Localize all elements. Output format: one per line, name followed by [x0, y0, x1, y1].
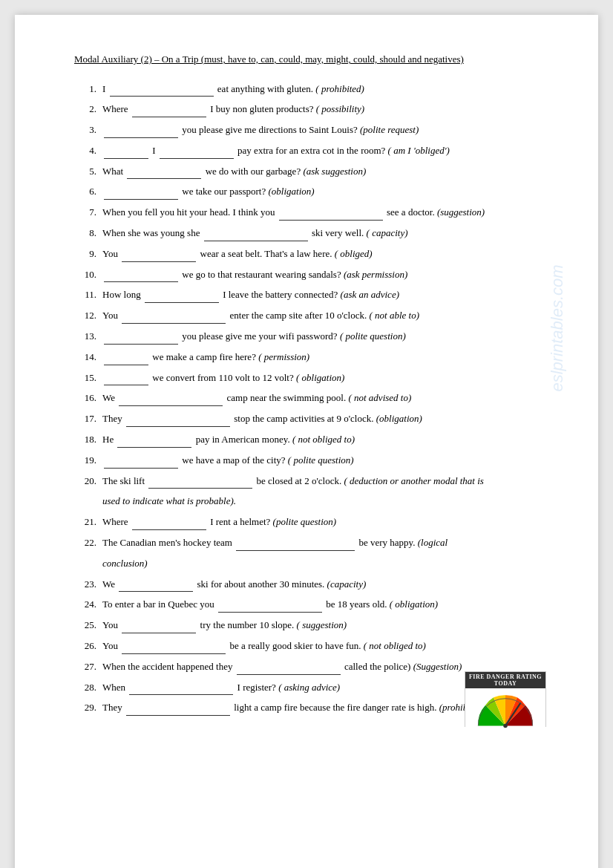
q11-blank[interactable] [145, 302, 219, 303]
question-7: 7. When you fell you hit your head. I th… [74, 205, 546, 221]
q15-number: 15. [74, 371, 96, 386]
q1-text: I eat anything with gluten. ( prohibited… [102, 82, 546, 97]
q21-number: 21. [74, 515, 96, 530]
q6-blank[interactable] [104, 199, 178, 200]
q28-number: 28. [74, 680, 96, 696]
q2-number: 2. [74, 102, 96, 117]
q16-number: 16. [74, 391, 96, 406]
q29-blank[interactable] [126, 715, 230, 716]
question-8: 8. When she was young she ski very well.… [74, 226, 546, 241]
q15-text: we convert from 110 volt to 12 volt? ( o… [102, 371, 546, 386]
q14-number: 14. [74, 350, 96, 365]
q13-blank[interactable] [104, 344, 178, 345]
q12-blank[interactable] [122, 323, 226, 324]
q23-text: We ski for about another 30 minutes. (ca… [102, 577, 546, 593]
q10-blank[interactable] [104, 281, 178, 282]
q19-blank[interactable] [104, 468, 178, 469]
q17-text: They stop the camp activities at 9 o'clo… [102, 411, 546, 427]
q14-blank[interactable] [104, 365, 148, 365]
q18-number: 18. [74, 432, 96, 448]
q8-number: 8. [74, 226, 96, 241]
question-26: 26. You be a really good skier to have f… [74, 639, 546, 654]
q24-text: To enter a bar in Quebec you be 18 years… [102, 597, 546, 613]
q24-number: 24. [74, 597, 96, 613]
q22-number: 22. [74, 535, 96, 551]
q20-blank[interactable] [148, 488, 252, 489]
fire-danger-gauge [465, 688, 545, 729]
question-6: 6. we take our passport? (obligation) [74, 184, 546, 200]
question-16: 16. We camp near the swimming pool. ( no… [74, 391, 546, 406]
q28-blank[interactable] [129, 694, 233, 695]
q23-blank[interactable] [119, 591, 193, 592]
gauge-svg [465, 688, 545, 729]
q24-blank[interactable] [218, 612, 322, 613]
q4-blank2[interactable] [160, 158, 234, 159]
question-10: 10. we go to that restaurant wearing san… [74, 267, 546, 283]
q4-number: 4. [74, 143, 96, 159]
q26-number: 26. [74, 639, 96, 654]
question-5: 5. What we do with our garbage? (ask sug… [74, 164, 546, 180]
q7-number: 7. [74, 205, 96, 221]
question-1: 1. I eat anything with gluten. ( prohibi… [74, 82, 546, 97]
q10-text: we go to that restaurant wearing sandals… [102, 267, 546, 283]
question-21: 21. Where I rent a helmet? (polite quest… [74, 515, 546, 530]
svg-point-1 [503, 724, 508, 728]
q11-number: 11. [74, 287, 96, 303]
q3-number: 3. [74, 123, 96, 138]
q20-text: The ski lift be closed at 2 o'clock. ( d… [102, 474, 546, 489]
q18-blank[interactable] [117, 447, 191, 448]
q7-blank[interactable] [279, 220, 383, 221]
q16-text: We camp near the swimming pool. ( not ad… [102, 391, 546, 406]
q9-text: You wear a seat belt. That's a law here.… [102, 247, 546, 262]
q5-blank[interactable] [127, 178, 201, 179]
q21-blank[interactable] [132, 529, 206, 530]
questions-list: 1. I eat anything with gluten. ( prohibi… [74, 82, 546, 717]
question-11: 11. How long I leave the battery connect… [74, 287, 546, 303]
question-25: 25. You try the number 10 slope. ( sugge… [74, 618, 546, 633]
q9-number: 9. [74, 247, 96, 262]
question-2: 2. Where I buy non gluten products? ( po… [74, 102, 546, 117]
q25-blank[interactable] [122, 633, 196, 633]
q23-number: 23. [74, 577, 96, 593]
q11-text: How long I leave the battery connected? … [102, 287, 546, 303]
worksheet-title: Modal Auxiliary (2) – On a Trip (must, h… [74, 52, 546, 67]
q18-text: He pay in American money. ( not obliged … [102, 432, 546, 448]
question-23: 23. We ski for about another 30 minutes.… [74, 577, 546, 593]
question-18: 18. He pay in American money. ( not obli… [74, 432, 546, 448]
q25-text: You try the number 10 slope. ( suggestio… [102, 618, 546, 633]
q22-text: The Canadian men's hockey team be very h… [102, 535, 546, 551]
question-17: 17. They stop the camp activities at 9 o… [74, 411, 546, 427]
worksheet-page: eslprintables.com Modal Auxiliary (2) – … [15, 15, 598, 868]
q26-blank[interactable] [122, 653, 226, 654]
q6-text: we take our passport? (obligation) [102, 184, 546, 200]
q12-text: You enter the camp site after 10 o'clock… [102, 308, 546, 324]
fire-danger-box: FIRE DANGER RATING TODAY [465, 671, 546, 727]
q21-text: Where I rent a helmet? (polite question) [102, 515, 546, 530]
question-19: 19. we have a map of the city? ( polite … [74, 453, 546, 469]
q4-text: I pay extra for an extra cot in the room… [102, 143, 546, 159]
q8-blank[interactable] [204, 241, 308, 241]
q3-blank[interactable] [104, 137, 178, 138]
q17-number: 17. [74, 411, 96, 427]
q27-number: 27. [74, 659, 96, 675]
q2-blank[interactable] [132, 117, 206, 117]
q17-blank[interactable] [126, 426, 230, 427]
q13-text: you please give me your wifi password? (… [102, 329, 546, 345]
q15-blank[interactable] [104, 385, 148, 385]
q29-number: 29. [74, 700, 96, 716]
q10-number: 10. [74, 267, 96, 283]
question-13: 13. you please give me your wifi passwor… [74, 329, 546, 345]
q27-blank[interactable] [237, 674, 341, 675]
q3-text: you please give me directions to Saint L… [102, 123, 546, 138]
q9-blank[interactable] [122, 261, 196, 262]
question-3: 3. you please give me directions to Sain… [74, 123, 546, 138]
q5-number: 5. [74, 164, 96, 180]
q4-blank1[interactable] [104, 158, 148, 159]
q19-number: 19. [74, 453, 96, 469]
q16-blank[interactable] [119, 405, 223, 406]
q22-blank[interactable] [236, 550, 355, 551]
question-22: 22. The Canadian men's hockey team be ve… [74, 535, 546, 551]
q2-text: Where I buy non gluten products? ( possi… [102, 102, 546, 117]
q7-text: When you fell you hit your head. I think… [102, 205, 546, 221]
q1-blank[interactable] [110, 96, 214, 97]
